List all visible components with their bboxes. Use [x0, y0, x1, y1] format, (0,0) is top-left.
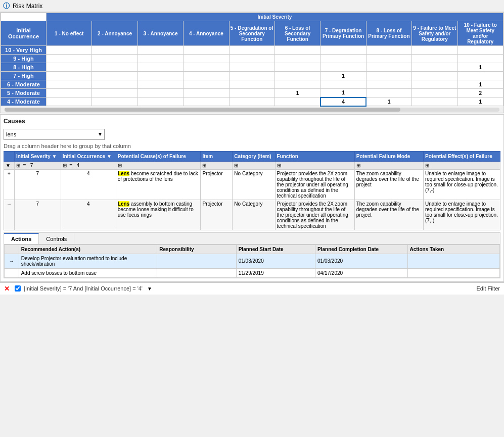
actions-row-action-1: Add screw bosses to bottom case [19, 268, 157, 277]
matrix-cell-4-6[interactable] [320, 80, 366, 89]
matrix-cell-4-2[interactable] [138, 80, 183, 89]
function-col-header[interactable]: Function [275, 151, 354, 161]
matrix-cell-6-9[interactable]: 1 [457, 98, 503, 106]
occurrence-col-header[interactable]: Initial Occurrence ▼ [61, 151, 116, 161]
matrix-cell-1-7[interactable] [366, 55, 411, 63]
matrix-cell-2-2[interactable] [138, 63, 183, 72]
matrix-cell-0-2[interactable] [138, 46, 183, 55]
matrix-cell-1-2[interactable] [138, 55, 183, 63]
failmode-col-header[interactable]: Potential Failure Mode [354, 151, 423, 161]
matrix-cell-0-8[interactable] [412, 46, 457, 55]
matrix-cell-0-3[interactable] [184, 46, 229, 55]
row-expand-0[interactable]: + [4, 169, 15, 200]
actions-row-0[interactable]: →Develop Projector evaluation method to … [5, 254, 500, 268]
matrix-cell-1-8[interactable] [412, 55, 457, 63]
item-col-header[interactable]: Item [201, 151, 233, 161]
matrix-cell-4-5[interactable] [274, 80, 320, 89]
matrix-cell-1-6[interactable] [320, 55, 366, 63]
matrix-cell-6-2[interactable] [138, 98, 183, 106]
matrix-cell-3-8[interactable] [412, 72, 457, 80]
matrix-cell-4-8[interactable] [412, 80, 457, 89]
actions-row-1[interactable]: Add screw bosses to bottom case11/29/201… [5, 268, 500, 277]
matrix-cell-4-3[interactable] [184, 80, 229, 89]
filter-dropdown-arrow-icon[interactable]: ▼ [147, 286, 152, 292]
matrix-cell-0-5[interactable] [274, 46, 320, 55]
row-function-0: Projector provides the 2X zoom capabilit… [275, 169, 354, 200]
matrix-cell-2-6[interactable] [320, 63, 366, 72]
effect-col-header[interactable]: Potential Effect(s) of Failure [423, 151, 500, 161]
matrix-cell-0-1[interactable] [92, 46, 138, 55]
horizontal-scrollbar[interactable] [1, 107, 503, 113]
matrix-cell-0-0[interactable] [47, 46, 92, 55]
matrix-cell-6-1[interactable] [92, 98, 138, 106]
matrix-cell-4-7[interactable] [366, 80, 411, 89]
matrix-cell-6-3[interactable] [184, 98, 229, 106]
matrix-cell-4-0[interactable] [47, 80, 92, 89]
drag-hint: Drag a column header here to group by th… [4, 143, 500, 149]
matrix-cell-3-2[interactable] [138, 72, 183, 80]
matrix-cell-6-8[interactable] [412, 98, 457, 106]
matrix-cell-4-9[interactable]: 1 [457, 80, 503, 89]
matrix-cell-3-1[interactable] [92, 72, 138, 80]
matrix-cell-0-7[interactable] [366, 46, 411, 55]
matrix-cell-5-1[interactable] [92, 89, 138, 98]
category-col-header[interactable]: Category (Item) [233, 151, 275, 161]
matrix-cell-3-7[interactable] [366, 72, 411, 80]
matrix-cell-3-6[interactable]: 1 [320, 72, 366, 80]
matrix-cell-2-3[interactable] [184, 63, 229, 72]
matrix-cell-1-1[interactable] [92, 55, 138, 63]
matrix-cell-2-7[interactable] [366, 63, 411, 72]
matrix-cell-0-9[interactable] [457, 46, 503, 55]
cause-col-header[interactable]: Potential Cause(s) of Failure [116, 151, 201, 161]
matrix-cell-1-5[interactable] [274, 55, 320, 63]
matrix-cell-5-9[interactable]: 2 [457, 89, 503, 98]
matrix-cell-5-7[interactable] [366, 89, 411, 98]
matrix-cell-5-6[interactable]: 1 [320, 89, 366, 98]
matrix-cell-2-9[interactable]: 1 [457, 63, 503, 72]
matrix-cell-5-8[interactable] [412, 89, 457, 98]
matrix-cell-2-1[interactable] [92, 63, 138, 72]
filter-effect-icon: ⊞ [425, 163, 429, 168]
data-table-row-0[interactable]: +74Lens become scratched due to lack of … [4, 169, 500, 200]
causes-dropdown[interactable]: lens [4, 129, 105, 140]
edit-filter-button[interactable]: Edit Filter [477, 285, 500, 292]
matrix-cell-6-5[interactable] [274, 98, 320, 106]
matrix-cell-5-5[interactable]: 1 [274, 89, 320, 98]
matrix-cell-5-0[interactable] [47, 89, 92, 98]
tab-controls[interactable]: Controls [39, 233, 74, 244]
matrix-cell-2-0[interactable] [47, 63, 92, 72]
matrix-cell-6-0[interactable] [47, 98, 92, 106]
matrix-cell-0-4[interactable] [229, 46, 274, 55]
matrix-cell-3-4[interactable] [229, 72, 274, 80]
severity-col-header[interactable]: Initial Severity ▼ [14, 151, 61, 161]
matrix-cell-2-5[interactable] [274, 63, 320, 72]
matrix-cell-4-1[interactable] [92, 80, 138, 89]
matrix-cell-6-6[interactable]: 4 [320, 98, 366, 106]
clear-filter-button[interactable]: ✕ [4, 285, 10, 293]
col-h-header: 7 - Degradation Primary Function [320, 21, 366, 46]
matrix-cell-5-2[interactable] [138, 89, 183, 98]
matrix-cell-1-4[interactable] [229, 55, 274, 63]
matrix-cell-2-8[interactable] [412, 63, 457, 72]
actions-col-start-header: Planned Start Date [236, 245, 315, 254]
matrix-cell-3-5[interactable] [274, 72, 320, 80]
data-table-row-1[interactable]: →74Lens assembly to bottom casting becom… [4, 200, 500, 230]
matrix-cell-5-4[interactable] [229, 89, 274, 98]
matrix-cell-0-6[interactable] [320, 46, 366, 55]
matrix-cell-3-0[interactable] [47, 72, 92, 80]
matrix-cell-3-9[interactable] [457, 72, 503, 80]
matrix-cell-1-9[interactable] [457, 55, 503, 63]
row-expand-1[interactable]: → [4, 200, 15, 230]
filter-checkbox[interactable] [15, 285, 21, 292]
matrix-cell-1-0[interactable] [47, 55, 92, 63]
matrix-cell-6-7[interactable]: 1 [366, 98, 411, 106]
matrix-cell-2-4[interactable] [229, 63, 274, 72]
matrix-cell-1-3[interactable] [184, 55, 229, 63]
matrix-cell-5-3[interactable] [184, 89, 229, 98]
matrix-cell-4-4[interactable] [229, 80, 274, 89]
col-e-header: 4 - Annoyance [184, 21, 229, 46]
filter-occurrence-cell: ⊞ = 4 [61, 161, 116, 169]
tab-actions[interactable]: Actions [4, 233, 39, 244]
matrix-cell-6-4[interactable] [229, 98, 274, 106]
matrix-cell-3-3[interactable] [184, 72, 229, 80]
